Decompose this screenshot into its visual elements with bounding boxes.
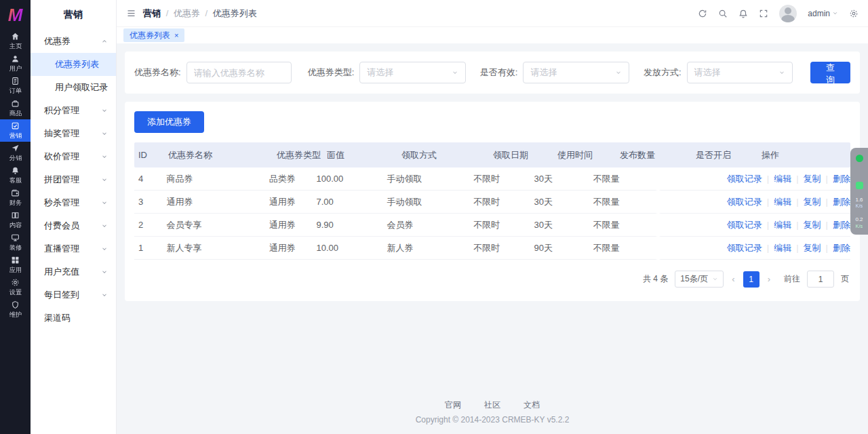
chevron-down-icon bbox=[778, 69, 785, 76]
app-logo[interactable]: M bbox=[0, 0, 31, 30]
copy-link[interactable]: 复制 bbox=[804, 196, 821, 208]
add-coupon-button[interactable]: 添加优惠券 bbox=[134, 111, 204, 133]
order-icon bbox=[11, 77, 20, 85]
sidebar-item-products[interactable]: 商品 bbox=[0, 97, 31, 119]
goto-page-input[interactable] bbox=[807, 271, 834, 288]
breadcrumb-current: 优惠券列表 bbox=[213, 8, 257, 18]
menu-item-live[interactable]: 直播管理 bbox=[31, 237, 116, 260]
menu-item-daily-checkin[interactable]: 每日签到 bbox=[31, 283, 116, 307]
cell-duration: 30天 bbox=[534, 173, 593, 185]
sidebar-item-home[interactable]: 主页 bbox=[0, 30, 31, 52]
menu-item-flash-sale[interactable]: 秒杀管理 bbox=[31, 191, 116, 214]
menu-item-user-claim-records[interactable]: 用户领取记录 bbox=[31, 76, 116, 99]
delete-link[interactable]: 删除 bbox=[833, 219, 850, 231]
sidebar-item-maintain[interactable]: 维护 bbox=[0, 298, 31, 321]
chevron-down-icon bbox=[101, 292, 108, 298]
copy-link[interactable]: 复制 bbox=[804, 242, 821, 254]
sidebar-item-label: 应用 bbox=[9, 265, 21, 274]
cell-method: 手动领取 bbox=[387, 173, 473, 185]
edit-link[interactable]: 编辑 bbox=[774, 173, 791, 185]
breadcrumb-root[interactable]: 营销 bbox=[143, 8, 161, 18]
claim-records-link[interactable]: 领取记录 bbox=[727, 242, 762, 254]
cell-method: 会员券 bbox=[387, 219, 473, 231]
fullscreen-icon[interactable] bbox=[759, 9, 768, 18]
cell-id: 1 bbox=[134, 243, 167, 253]
user-menu[interactable]: admin bbox=[808, 9, 838, 18]
refresh-icon[interactable] bbox=[698, 9, 707, 18]
cell-date: 不限时 bbox=[473, 196, 534, 208]
menu-item-recharge[interactable]: 用户充值 bbox=[31, 260, 116, 283]
search-button[interactable]: 查询 bbox=[810, 62, 850, 83]
sidebar-item-orders[interactable]: 订单 bbox=[0, 75, 31, 97]
coupon-name-label: 优惠券名称: bbox=[134, 66, 181, 79]
delete-link[interactable]: 删除 bbox=[833, 196, 850, 208]
status-dot-icon bbox=[856, 155, 863, 162]
sidebar-item-content[interactable]: 内容 bbox=[0, 209, 31, 231]
coupon-type-select[interactable]: 请选择 bbox=[359, 62, 466, 83]
sidebar-item-service[interactable]: 客服 bbox=[0, 164, 31, 186]
search-icon[interactable] bbox=[718, 9, 728, 18]
secondary-sidebar: 营销 优惠券 优惠券列表 用户领取记录 积分管理 抽奖管理 砍价管理 拼团管理 … bbox=[31, 0, 117, 434]
avatar[interactable] bbox=[779, 5, 797, 22]
menu-item-coupon-list[interactable]: 优惠券列表 bbox=[31, 53, 116, 76]
cell-name: 通用券 bbox=[167, 196, 269, 208]
validity-select[interactable]: 请选择 bbox=[523, 62, 629, 83]
upload-speed: 0.2 K/s bbox=[855, 216, 863, 229]
coupon-table-panel: 添加优惠券 ID 优惠券名称 优惠券类型 面值 领取方式 领取日期 使用时间 发… bbox=[125, 102, 860, 301]
claim-records-link[interactable]: 领取记录 bbox=[727, 173, 762, 185]
gear-icon[interactable] bbox=[849, 9, 859, 18]
breadcrumb-separator: / bbox=[205, 8, 208, 18]
delete-link[interactable]: 删除 bbox=[833, 173, 850, 185]
next-page-button[interactable]: › bbox=[766, 274, 772, 284]
copyright-text: Copyright © 2014-2023 CRMEB-KY v5.2.2 bbox=[117, 415, 868, 425]
breadcrumb-mid[interactable]: 优惠券 bbox=[174, 8, 200, 18]
page-1-button[interactable]: 1 bbox=[743, 271, 760, 288]
chevron-down-icon bbox=[712, 276, 718, 282]
claim-records-link[interactable]: 领取记录 bbox=[727, 196, 762, 208]
menu-item-paid-member[interactable]: 付费会员 bbox=[31, 214, 116, 237]
sidebar-item-decorate[interactable]: 装修 bbox=[0, 231, 31, 254]
page-size-select[interactable]: 15条/页 bbox=[675, 271, 724, 288]
issue-mode-select[interactable]: 请选择 bbox=[687, 62, 793, 83]
edit-link[interactable]: 编辑 bbox=[774, 196, 791, 208]
notification-bell-icon[interactable] bbox=[738, 9, 748, 18]
coupon-type-label: 优惠券类型: bbox=[308, 66, 355, 79]
official-site-link[interactable]: 官网 bbox=[445, 399, 461, 411]
net-speed-widget[interactable]: 1.6 K/s 0.2 K/s bbox=[850, 148, 868, 235]
cell-method: 新人券 bbox=[387, 242, 473, 254]
delete-link[interactable]: 删除 bbox=[833, 242, 850, 254]
menu-item-channel-code[interactable]: 渠道码 bbox=[31, 307, 116, 330]
cell-date: 不限时 bbox=[473, 173, 534, 185]
menu-group-coupon[interactable]: 优惠券 bbox=[31, 30, 116, 53]
chevron-down-icon bbox=[101, 199, 108, 206]
menu-item-bargain[interactable]: 砍价管理 bbox=[31, 145, 116, 168]
menu-item-group-buy[interactable]: 拼团管理 bbox=[31, 168, 116, 191]
sidebar-item-distribution[interactable]: 分销 bbox=[0, 142, 31, 164]
menu-item-points[interactable]: 积分管理 bbox=[31, 99, 116, 122]
sidebar-item-marketing[interactable]: 营销 bbox=[0, 119, 31, 142]
status-square-icon bbox=[856, 182, 863, 189]
hamburger-icon[interactable] bbox=[126, 8, 136, 18]
close-icon[interactable]: × bbox=[174, 31, 178, 39]
sidebar-item-users[interactable]: 用户 bbox=[0, 52, 31, 75]
edit-link[interactable]: 编辑 bbox=[774, 219, 791, 231]
cell-value: 9.90 bbox=[317, 220, 387, 230]
col-name: 优惠券名称 bbox=[168, 149, 277, 161]
copy-link[interactable]: 复制 bbox=[804, 219, 821, 231]
tab-bar: 优惠券列表 × bbox=[117, 27, 868, 43]
docs-link[interactable]: 文档 bbox=[524, 399, 540, 411]
sidebar-item-settings[interactable]: 设置 bbox=[0, 276, 31, 298]
book-icon bbox=[11, 211, 20, 220]
coupon-name-input[interactable] bbox=[186, 62, 292, 83]
community-link[interactable]: 社区 bbox=[484, 399, 500, 411]
sidebar-item-label: 设置 bbox=[9, 288, 21, 296]
copy-link[interactable]: 复制 bbox=[804, 173, 821, 185]
tab-coupon-list[interactable]: 优惠券列表 × bbox=[123, 28, 184, 42]
chevron-down-icon bbox=[101, 222, 108, 229]
prev-page-button[interactable]: ‹ bbox=[730, 274, 736, 284]
claim-records-link[interactable]: 领取记录 bbox=[727, 219, 762, 231]
edit-link[interactable]: 编辑 bbox=[774, 242, 791, 254]
sidebar-item-finance[interactable]: 财务 bbox=[0, 186, 31, 209]
sidebar-item-apps[interactable]: 应用 bbox=[0, 254, 31, 276]
menu-item-lottery[interactable]: 抽奖管理 bbox=[31, 122, 116, 145]
